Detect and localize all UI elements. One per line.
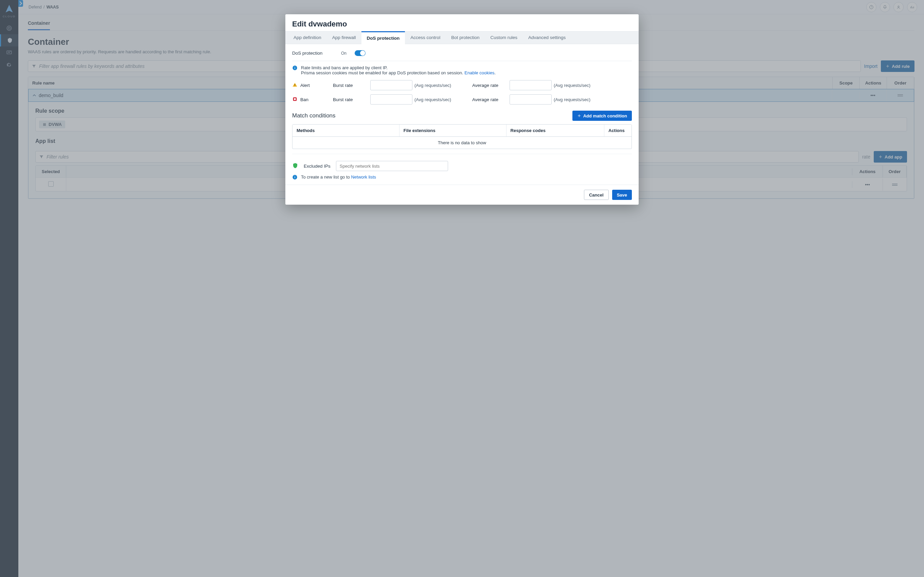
svg-rect-15 [294, 177, 295, 179]
excluded-ips-input[interactable] [336, 161, 448, 171]
svg-rect-8 [294, 68, 295, 69]
match-conditions-heading: Match conditions [292, 112, 336, 119]
svg-rect-16 [294, 176, 295, 176]
alert-label: Alert [300, 83, 310, 88]
cancel-button[interactable]: Cancel [584, 190, 609, 200]
dos-protection-label: DoS protection [292, 51, 333, 56]
edit-app-modal: Edit dvwademo App definition App firewal… [285, 14, 639, 205]
svg-rect-11 [294, 85, 295, 86]
plus-icon [577, 114, 581, 118]
add-match-label: Add match condition [583, 113, 627, 118]
alert-burst-hint: (Avg requests/sec) [414, 83, 472, 88]
match-empty-text: There is no data to show [292, 137, 632, 149]
info-icon [292, 65, 297, 71]
network-lists-link[interactable]: Network lists [351, 174, 376, 179]
tab-dos-protection[interactable]: DoS protection [362, 31, 405, 44]
add-match-condition-button[interactable]: Add match condition [572, 111, 632, 121]
info-line-1: Rate limits and bans are applied by clie… [301, 65, 496, 70]
svg-rect-10 [294, 84, 295, 85]
tab-bot-protection[interactable]: Bot protection [446, 32, 485, 44]
alert-avg-hint: (Avg requests/sec) [554, 83, 611, 88]
alert-avg-label: Average rate [472, 83, 510, 88]
col-response-codes: Response codes [507, 124, 604, 137]
col-match-actions: Actions [604, 124, 632, 137]
ban-burst-label: Burst rate [333, 97, 370, 102]
excluded-ips-label: Excluded IPs [304, 164, 331, 169]
tab-app-firewall[interactable]: App firewall [327, 32, 362, 44]
alert-burst-input[interactable] [370, 80, 412, 90]
svg-rect-13 [294, 98, 296, 100]
alert-burst-label: Burst rate [333, 83, 370, 88]
new-list-prefix: To create a new list go to [301, 174, 351, 179]
info-icon [292, 174, 297, 180]
modal-title: Edit dvwademo [292, 20, 632, 29]
save-button[interactable]: Save [612, 190, 632, 200]
alert-avg-input[interactable] [510, 80, 552, 90]
enable-cookies-link[interactable]: Enable cookies [464, 70, 494, 75]
ban-label: Ban [300, 97, 309, 102]
col-file-extensions: File extensions [399, 124, 507, 137]
alert-icon [292, 82, 297, 89]
tab-custom-rules[interactable]: Custom rules [485, 32, 523, 44]
ban-icon [292, 97, 297, 103]
col-methods: Methods [292, 124, 399, 137]
ban-avg-hint: (Avg requests/sec) [554, 97, 611, 102]
ban-avg-label: Average rate [472, 97, 510, 102]
ban-burst-hint: (Avg requests/sec) [414, 97, 472, 102]
tab-app-definition[interactable]: App definition [288, 32, 327, 44]
shield-icon [292, 163, 298, 170]
ban-burst-input[interactable] [370, 94, 412, 105]
toggle-on-label: On [341, 51, 347, 56]
tab-access-control[interactable]: Access control [405, 32, 446, 44]
ban-avg-input[interactable] [510, 94, 552, 105]
dos-toggle[interactable] [355, 50, 365, 56]
info-line-2: Prisma session cookies must be enabled f… [301, 70, 464, 75]
svg-rect-9 [294, 66, 295, 67]
tab-advanced-settings[interactable]: Advanced settings [523, 32, 571, 44]
